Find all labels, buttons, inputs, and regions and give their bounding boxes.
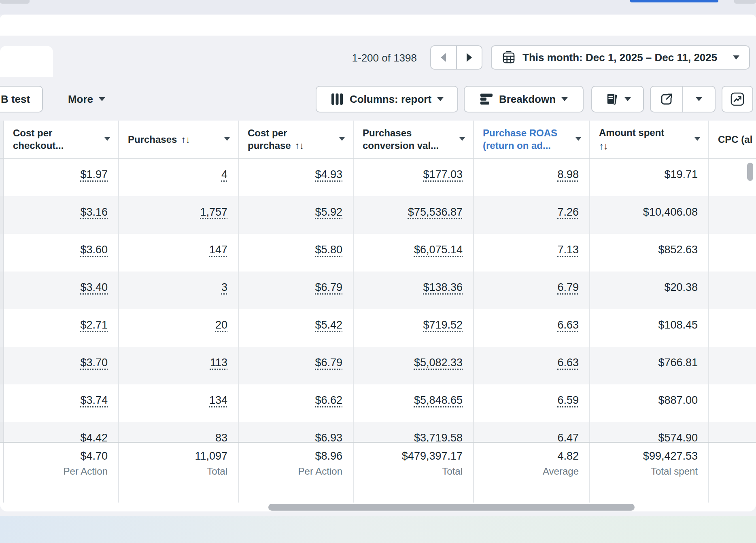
table-row: $3.70113$6.79$5,082.336.63$766.81: [0, 347, 756, 384]
metric-value[interactable]: $3.60: [80, 244, 108, 256]
column-header-label: Purchase ROAS (return on ad...: [483, 127, 567, 152]
table-cell: [709, 422, 756, 442]
metric-value[interactable]: $6.79: [315, 281, 342, 293]
breakdown-button[interactable]: Breakdown: [464, 86, 584, 112]
column-menu-caret-icon[interactable]: [339, 137, 345, 141]
column-header-purchases-conversion-val[interactable]: Purchases conversion val...: [354, 121, 474, 158]
table-cell: $4.42: [4, 422, 119, 442]
left-triangle-icon: [441, 53, 446, 62]
vertical-scrollbar-thumb[interactable]: [747, 163, 753, 181]
metric-value[interactable]: $5,848.65: [414, 394, 463, 406]
table-cell: $138.36: [354, 272, 474, 309]
totals-cell: 11,097Total: [119, 443, 239, 503]
metric-value[interactable]: 3: [221, 281, 227, 293]
column-header-cpc-al[interactable]: CPC (al: [709, 121, 756, 158]
analyze-button[interactable]: [722, 86, 753, 112]
metric-value[interactable]: $75,536.87: [408, 206, 463, 218]
column-menu-caret-icon[interactable]: [104, 137, 110, 141]
more-button[interactable]: More: [62, 86, 112, 112]
column-header-cost-per-purchase[interactable]: Cost per purchase↑↓: [239, 121, 354, 158]
metric-value[interactable]: $5.42: [315, 319, 342, 331]
column-menu-caret-icon[interactable]: [459, 137, 465, 141]
export-split-button: [650, 86, 716, 112]
table-cell: $20.38: [590, 272, 709, 309]
metric-value[interactable]: 83: [215, 432, 227, 442]
table-cell: [709, 272, 756, 309]
metric-value: $766.81: [658, 356, 698, 369]
metric-value[interactable]: 20: [215, 319, 227, 331]
metric-value[interactable]: $3.40: [80, 281, 108, 293]
next-page-button[interactable]: [456, 46, 482, 69]
metric-value[interactable]: $3.16: [80, 206, 108, 218]
totals-label: Per Action: [4, 466, 108, 477]
left-tab-remnant[interactable]: [0, 46, 53, 77]
metric-value[interactable]: $4.42: [80, 432, 108, 442]
column-header-amount-spent[interactable]: Amount spent↑↓: [590, 121, 709, 158]
date-range-button[interactable]: This month: Dec 1, 2025 – Dec 11, 2025: [491, 45, 750, 70]
table-cell: $852.63: [590, 234, 709, 272]
column-header-text: Purchases conversion val...: [363, 127, 439, 151]
metric-value[interactable]: $5.80: [315, 244, 342, 256]
totals-label: Per Action: [239, 466, 342, 477]
totals-label: Total: [119, 466, 227, 477]
table-totals-row: $4.70Per Action11,097Total$8.96Per Actio…: [0, 442, 756, 503]
columns-button[interactable]: Columns: report: [316, 86, 458, 112]
metric-value[interactable]: 4: [221, 168, 227, 180]
metric-value[interactable]: 147: [209, 244, 227, 256]
metric-value[interactable]: 6.47: [557, 432, 579, 442]
metric-value[interactable]: $2.71: [80, 319, 108, 331]
export-options-button[interactable]: [682, 87, 715, 112]
metric-value[interactable]: 1,757: [200, 206, 227, 218]
metric-value[interactable]: $3.74: [80, 394, 108, 406]
table-row: $3.74134$6.62$5,848.656.59$887.00: [0, 384, 756, 422]
column-header-purchases[interactable]: Purchases↑↓: [119, 121, 239, 158]
bottom-gradient-strip: [0, 516, 756, 543]
column-header-cost-per-checkout[interactable]: Cost per checkout...: [4, 121, 119, 158]
metric-value[interactable]: $6.79: [315, 356, 342, 369]
totals-label: Total spent: [590, 466, 698, 477]
table-row: $3.161,757$5.92$75,536.877.26$10,406.08: [0, 196, 756, 234]
metric-value[interactable]: $1.97: [80, 168, 108, 180]
reports-button[interactable]: [591, 86, 644, 112]
metric-value[interactable]: 7.13: [557, 244, 579, 256]
horizontal-scrollbar-thumb[interactable]: [268, 504, 635, 511]
metric-value[interactable]: $6.62: [315, 394, 342, 406]
metric-value[interactable]: 7.26: [557, 206, 579, 218]
metric-value[interactable]: $5.92: [315, 206, 342, 218]
metric-value[interactable]: 6.63: [557, 356, 579, 369]
metric-value[interactable]: $3,719.58: [414, 432, 463, 442]
table-row: $3.403$6.79$138.366.79$20.38: [0, 272, 756, 309]
breakdown-icon: [480, 93, 493, 105]
metric-value[interactable]: $6,075.14: [414, 244, 463, 256]
metric-value[interactable]: $5,082.33: [414, 356, 463, 369]
trend-chart-icon: [730, 91, 745, 107]
metric-value[interactable]: 6.79: [557, 281, 579, 293]
totals-value: 11,097: [119, 450, 227, 462]
table-cell: 6.63: [474, 347, 590, 384]
column-header-purchase-roas-return-on-ad[interactable]: Purchase ROAS (return on ad...: [474, 121, 590, 158]
table-cell: $3.60: [4, 234, 119, 272]
column-menu-caret-icon[interactable]: [575, 137, 581, 141]
column-menu-caret-icon[interactable]: [694, 137, 700, 141]
metric-value[interactable]: 6.59: [557, 394, 579, 406]
metric-value[interactable]: $177.03: [423, 168, 463, 180]
metric-value[interactable]: 134: [209, 394, 227, 406]
metric-value[interactable]: 113: [210, 356, 227, 369]
row-sliver: [0, 347, 4, 384]
metric-value[interactable]: 8.98: [557, 168, 579, 180]
metric-value: $10,406.08: [643, 206, 698, 218]
metric-value[interactable]: $3.70: [80, 356, 108, 369]
ab-test-button[interactable]: B test: [0, 86, 43, 112]
table-cell: $766.81: [590, 347, 709, 384]
metric-value[interactable]: $6.93: [315, 432, 342, 442]
calendar-icon: [501, 50, 516, 65]
column-menu-caret-icon[interactable]: [224, 137, 230, 141]
table-cell: $6.79: [239, 347, 354, 384]
previous-page-button[interactable]: [431, 46, 456, 69]
metric-value[interactable]: 6.63: [557, 319, 579, 331]
table-cell: 6.79: [474, 272, 590, 309]
export-button[interactable]: [651, 87, 682, 112]
metric-value[interactable]: $719.52: [423, 319, 463, 331]
metric-value[interactable]: $138.36: [423, 281, 463, 293]
metric-value[interactable]: $4.93: [315, 168, 342, 180]
